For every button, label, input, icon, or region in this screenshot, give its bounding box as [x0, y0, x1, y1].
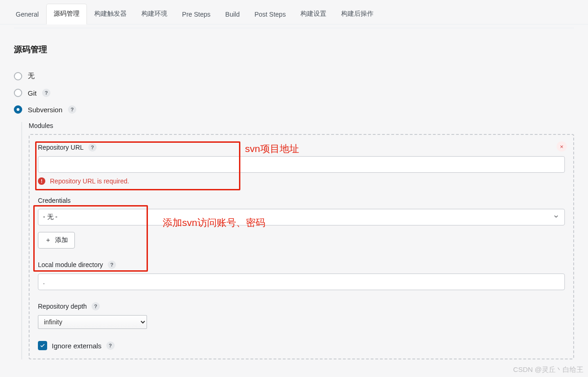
scm-radio-group: 无 Git ? Subversion ? — [14, 72, 574, 114]
help-icon[interactable]: ? — [42, 89, 50, 97]
error-icon: ! — [38, 177, 45, 185]
add-credentials-button[interactable]: ＋ 添加 — [38, 232, 75, 249]
depth-label: Repository depth — [38, 303, 87, 310]
ignore-externals-checkbox[interactable] — [38, 341, 47, 350]
tab-build-settings[interactable]: 构建设置 — [293, 4, 334, 24]
ignore-externals-label: Ignore externals — [52, 342, 102, 350]
scm-radio-subversion-label: Subversion — [28, 106, 62, 114]
help-icon[interactable]: ? — [88, 143, 97, 152]
help-icon[interactable]: ? — [106, 341, 115, 350]
tab-pre-steps[interactable]: Pre Steps — [175, 5, 218, 24]
module-box: × Repository URL ? ! Repository URL is r… — [29, 134, 574, 359]
help-icon[interactable]: ? — [68, 105, 76, 114]
help-icon[interactable]: ? — [92, 302, 100, 310]
repo-url-input[interactable] — [38, 156, 565, 173]
config-tabs: General 源码管理 构建触发器 构建环境 Pre Steps Build … — [0, 0, 588, 24]
credentials-selected-value: - 无 - — [43, 213, 57, 221]
local-dir-input[interactable] — [38, 274, 565, 290]
tab-build[interactable]: Build — [218, 5, 247, 24]
local-dir-label: Local module directory — [38, 261, 103, 268]
scm-radio-none[interactable] — [14, 72, 22, 80]
credentials-select[interactable]: - 无 - — [38, 209, 565, 225]
tab-scm[interactable]: 源码管理 — [46, 4, 87, 24]
depth-select[interactable]: infinity — [38, 315, 147, 329]
remove-module-button[interactable]: × — [557, 141, 567, 152]
help-icon[interactable]: ? — [108, 261, 116, 269]
tab-post-build[interactable]: 构建后操作 — [334, 4, 381, 24]
scm-section: 源码管理 无 Git ? Subversion ? Modules × — [14, 28, 574, 359]
add-credentials-label: 添加 — [55, 236, 68, 244]
repo-url-error: ! Repository URL is required. — [38, 177, 565, 185]
scm-radio-git[interactable] — [14, 89, 22, 97]
tab-triggers[interactable]: 构建触发器 — [87, 4, 134, 24]
tab-post-steps[interactable]: Post Steps — [247, 5, 293, 24]
plus-icon: ＋ — [45, 236, 51, 244]
modules-label: Modules — [29, 122, 574, 129]
subversion-body: Modules × Repository URL ? ! Repository … — [21, 122, 574, 359]
repo-url-label: Repository URL — [38, 144, 84, 151]
scm-radio-none-label: 无 — [28, 72, 35, 80]
watermark-text: CSDN @灵丘丶白给王 — [513, 365, 583, 374]
tab-general[interactable]: General — [8, 5, 46, 24]
scm-radio-subversion[interactable] — [14, 105, 22, 114]
repo-url-error-text: Repository URL is required. — [50, 177, 129, 185]
section-title: 源码管理 — [14, 44, 574, 55]
scm-radio-git-label: Git — [28, 89, 37, 97]
credentials-label: Credentials — [38, 197, 71, 204]
tab-env[interactable]: 构建环境 — [134, 4, 175, 24]
